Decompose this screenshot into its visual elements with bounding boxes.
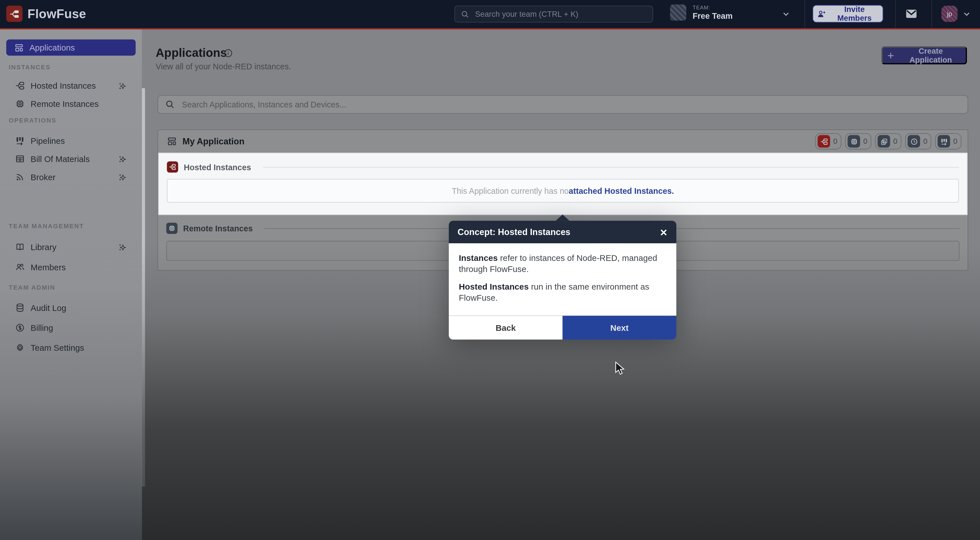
team-search: [455, 6, 653, 22]
nav-divider: [805, 0, 805, 28]
hosted-instances-section-label: Hosted Instances: [184, 162, 251, 172]
tour-paragraph: Hosted Instances run in the same environ…: [459, 281, 667, 303]
team-selector[interactable]: TEAM: Free Team: [670, 4, 733, 21]
hosted-instances-counter[interactable]: 0: [815, 133, 841, 150]
counter-value: 0: [863, 137, 867, 146]
team-name: Free Team: [692, 11, 733, 21]
user-initials: jp: [947, 10, 952, 18]
sidebar-item-bill-of-materials[interactable]: Bill Of Materials: [0, 152, 142, 166]
application-name: My Application: [183, 136, 810, 147]
nav-divider: [895, 0, 896, 28]
mouse-cursor: [615, 362, 625, 377]
tour-modal: Concept: Hosted Instances ✕ Instances re…: [449, 221, 676, 340]
user-menu-chevron-down-icon[interactable]: [962, 10, 972, 19]
sidebar-item-hosted-instances[interactable]: Hosted Instances: [0, 79, 142, 92]
remote-instance-icon: [166, 223, 178, 234]
attached-hosted-instances-link[interactable]: attached Hosted Instances: [569, 186, 671, 196]
sidebar-item-library[interactable]: Library: [0, 240, 142, 254]
tour-caret-up: [555, 215, 569, 221]
hosted-instances-empty-state: This Application currently has no attach…: [167, 179, 959, 202]
devices-icon: [878, 135, 890, 148]
team-chevron-down-icon[interactable]: [781, 10, 791, 19]
sidebar-item-label: Team Settings: [31, 343, 84, 352]
sidebar-section-instances: INSTANCES: [9, 64, 51, 70]
devices-counter[interactable]: 0: [875, 133, 901, 150]
sidebar-scrollbar[interactable]: [142, 88, 145, 487]
hosted-instances-section: Hosted Instances This Application curren…: [158, 153, 968, 215]
sidebar-item-pipelines[interactable]: Pipelines: [0, 134, 142, 148]
pipelines-icon: [938, 135, 950, 148]
pipelines-icon: [15, 136, 25, 146]
sidebar-item-label: Bill Of Materials: [31, 154, 90, 163]
user-avatar[interactable]: jp: [941, 6, 958, 22]
sparkle-icon: [118, 172, 127, 182]
sidebar-item-label: Broker: [31, 172, 56, 182]
team-search-input[interactable]: [474, 9, 647, 19]
empty-state-text: This Application currently has no: [452, 186, 569, 196]
node-red-instances-icon: [818, 135, 830, 148]
tour-paragraph-bold: Hosted Instances: [459, 282, 529, 292]
remote-instance-icon: [848, 135, 860, 148]
counter-value: 0: [953, 137, 958, 146]
next-button[interactable]: Next: [562, 316, 676, 340]
search-icon: [165, 99, 175, 110]
flowfuse-logo[interactable]: FlowFuse: [6, 6, 86, 22]
chip-icon: [15, 99, 25, 109]
invite-members-label: Invite Members: [830, 5, 879, 23]
counter-value: 0: [893, 137, 897, 146]
sparkle-icon: [118, 154, 127, 163]
users-icon: [15, 262, 25, 272]
section-divider: [263, 167, 959, 167]
sidebar-item-members[interactable]: Members: [0, 260, 142, 274]
sidebar-item-broker[interactable]: Broker: [0, 170, 142, 184]
sidebar-item-team-settings[interactable]: Team Settings: [0, 341, 142, 354]
logo-wordmark: FlowFuse: [27, 6, 86, 21]
sidebar-item-remote-instances[interactable]: Remote Instances: [0, 97, 142, 111]
sidebar-section-team-management: TEAM MANAGEMENT: [9, 223, 84, 229]
navbar-accent-line: [0, 28, 980, 29]
sidebar-item-label: Hosted Instances: [31, 81, 96, 90]
tour-paragraph-bold: Instances: [459, 253, 498, 263]
remote-instances-counter[interactable]: 0: [845, 133, 871, 150]
database-icon: [15, 303, 25, 313]
tour-modal-header: Concept: Hosted Instances ✕: [449, 221, 676, 243]
snapshots-counter[interactable]: 0: [905, 133, 931, 150]
notifications-mail-icon[interactable]: [904, 7, 918, 21]
tour-modal-body: Instances refer to instances of Node-RED…: [449, 243, 676, 315]
search-icon: [461, 10, 469, 19]
table-icon: [15, 154, 25, 164]
page-title: Applications: [156, 46, 227, 60]
application-card-header[interactable]: My Application 0 0 0 0: [158, 130, 968, 153]
sidebar-item-label: Remote Instances: [31, 99, 99, 108]
broker-icon: [15, 172, 25, 182]
counter-value: 0: [923, 137, 928, 146]
tour-modal-footer: Back Next: [449, 315, 676, 339]
create-application-button[interactable]: Create Application: [881, 46, 967, 65]
page-subtitle: View all of your Node-RED instances.: [156, 62, 291, 71]
applications-icon: [14, 43, 24, 52]
sidebar-item-billing[interactable]: Billing: [0, 321, 142, 335]
invite-members-button[interactable]: Invite Members: [813, 5, 883, 23]
sidebar-item-label: Pipelines: [31, 136, 65, 145]
sidebar-item-applications[interactable]: Applications: [6, 40, 136, 56]
dollar-icon: [15, 323, 25, 333]
top-navbar: FlowFuse TEAM: Free Team Invite Members …: [0, 0, 980, 28]
flowfuse-logo-icon: [6, 6, 22, 22]
create-application-label: Create Application: [900, 46, 962, 64]
info-icon[interactable]: [223, 48, 233, 58]
close-icon[interactable]: ✕: [660, 227, 668, 237]
sidebar-item-audit-log[interactable]: Audit Log: [0, 301, 142, 314]
pipelines-counter[interactable]: 0: [935, 133, 961, 150]
application-search: [158, 95, 968, 114]
back-button[interactable]: Back: [449, 316, 562, 340]
nav-divider: [931, 0, 932, 28]
user-plus-icon: [817, 9, 826, 19]
gear-icon: [15, 343, 25, 353]
application-search-input[interactable]: [181, 99, 961, 110]
counter-value: 0: [833, 137, 837, 146]
tour-paragraph: Instances refer to instances of Node-RED…: [459, 253, 667, 274]
snapshots-icon: [908, 135, 920, 148]
sidebar-item-label: Audit Log: [31, 303, 67, 312]
application-counters: 0 0 0 0 0: [815, 133, 961, 150]
node-red-instances-icon: [167, 161, 178, 173]
